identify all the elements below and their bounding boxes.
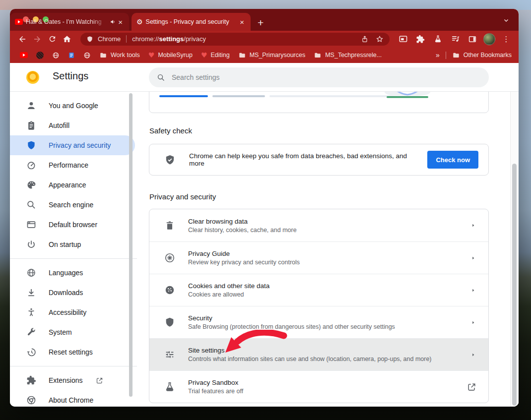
progress-segment-active bbox=[159, 95, 208, 97]
nav-reset-settings[interactable]: Reset settings bbox=[10, 342, 135, 362]
share-icon[interactable] bbox=[361, 35, 369, 43]
media-queue-icon[interactable] bbox=[449, 33, 462, 46]
nav-on-startup[interactable]: On startup bbox=[10, 235, 135, 254]
chevron-right-icon bbox=[470, 287, 476, 294]
chevron-right-icon bbox=[470, 352, 476, 358]
annotation-arrow bbox=[218, 330, 288, 360]
bookmarks-overflow-chevron[interactable]: » bbox=[436, 51, 440, 59]
extensions-puzzle-icon[interactable] bbox=[414, 33, 427, 46]
address-bar[interactable]: Chrome chrome://settings/privacy bbox=[80, 33, 390, 46]
bookmark-editing[interactable]: ♥ Editing bbox=[201, 51, 230, 59]
desktop-wallpaper bbox=[0, 0, 531, 10]
tab-youtube[interactable]: Hall & Oates - I'm Watching × bbox=[10, 13, 129, 31]
nav-extensions[interactable]: Extensions bbox=[10, 370, 135, 390]
editing-favicon: ♥ bbox=[201, 51, 207, 59]
other-bookmarks-folder[interactable]: Other Bookmarks bbox=[452, 51, 512, 59]
row-privacy-guide[interactable]: Privacy GuideReview key privacy and secu… bbox=[149, 241, 488, 274]
settings-header: Settings bbox=[10, 63, 519, 92]
compass-icon bbox=[164, 252, 175, 263]
row-clear-browsing-data[interactable]: Clear browsing dataClear history, cookie… bbox=[149, 209, 488, 241]
folder-icon bbox=[238, 51, 246, 59]
nav-divider bbox=[10, 258, 137, 259]
back-button[interactable] bbox=[16, 33, 29, 46]
search-icon bbox=[157, 73, 165, 82]
page-title: Settings bbox=[53, 70, 88, 82]
nav-privacy-and-security[interactable]: Privacy and security bbox=[10, 135, 135, 155]
row-privacy-sandbox[interactable]: Privacy SandboxTrial features are off bbox=[149, 370, 488, 403]
person-icon bbox=[26, 101, 36, 111]
nav-search-engine[interactable]: Search engine bbox=[10, 195, 135, 215]
settings-search[interactable] bbox=[149, 67, 489, 87]
progress-segment bbox=[212, 95, 265, 97]
bookmark-folder-work-tools[interactable]: Work tools bbox=[99, 51, 140, 59]
nav-appearance[interactable]: Appearance bbox=[10, 175, 135, 195]
bookmarks-divider bbox=[446, 52, 446, 59]
safety-check-card: Chrome can help keep you safe from data … bbox=[149, 144, 489, 176]
puzzle-icon bbox=[26, 375, 36, 385]
clipboard-icon bbox=[26, 120, 36, 130]
history-icon bbox=[26, 347, 36, 357]
new-tab-button[interactable]: + bbox=[258, 17, 264, 28]
search-input[interactable] bbox=[172, 73, 481, 81]
row-security[interactable]: SecuritySafe Browsing (protection from d… bbox=[149, 306, 488, 338]
bookmark-globe-site[interactable] bbox=[52, 52, 60, 59]
tab-strip: Hall & Oates - I'm Watching × ⚙ Settings… bbox=[10, 9, 519, 31]
search-icon bbox=[26, 200, 36, 210]
forward-button[interactable] bbox=[31, 33, 44, 46]
settings-nav: You and Google Autofill Privacy and secu… bbox=[10, 92, 143, 407]
bookmark-docs-site[interactable] bbox=[68, 52, 75, 59]
nav-divider bbox=[10, 366, 137, 366]
page-scrollbar-thumb[interactable] bbox=[512, 164, 517, 406]
sidebar-scrollbar[interactable] bbox=[129, 93, 133, 397]
browser-window-icon bbox=[26, 220, 36, 230]
tab-audio-icon[interactable] bbox=[110, 18, 117, 25]
browser-menu-kebab-icon[interactable]: ⋮ bbox=[500, 33, 513, 46]
bookmark-youtube[interactable] bbox=[20, 52, 28, 58]
tab-settings[interactable]: ⚙ Settings - Privacy and security × bbox=[132, 13, 251, 31]
dark-site-favicon bbox=[36, 52, 44, 59]
safety-check-message: Chrome can help keep you safe from data … bbox=[189, 152, 414, 167]
browser-window: Hall & Oates - I'm Watching × ⚙ Settings… bbox=[10, 9, 519, 407]
site-info-shield-icon[interactable] bbox=[86, 36, 93, 43]
section-heading-privacy: Privacy and security bbox=[149, 192, 216, 201]
side-panel-icon[interactable] bbox=[466, 33, 479, 46]
experiments-flask-icon[interactable] bbox=[431, 33, 444, 46]
bookmark-folder-primary-sources[interactable]: MS_Primarysources bbox=[238, 51, 306, 59]
nav-about-chrome[interactable]: About Chrome bbox=[10, 390, 135, 407]
nav-system[interactable]: System bbox=[10, 322, 135, 342]
bookmark-mobilesyrup[interactable]: ♥ MobileSyrup bbox=[148, 51, 193, 59]
nav-default-browser[interactable]: Default browser bbox=[10, 215, 135, 235]
chevron-right-icon bbox=[470, 222, 476, 229]
bookmark-folder-techpress[interactable]: MS_Techpressrele... bbox=[314, 51, 382, 59]
globe-icon bbox=[26, 268, 36, 278]
bookmark-star-icon[interactable] bbox=[376, 35, 384, 43]
row-cookies[interactable]: Cookies and other site dataCookies are a… bbox=[149, 274, 488, 306]
page-scrollbar-track[interactable] bbox=[510, 92, 519, 407]
home-button[interactable] bbox=[61, 33, 73, 46]
nav-downloads[interactable]: Downloads bbox=[10, 283, 135, 302]
tab-search-chevron-icon[interactable] bbox=[503, 17, 510, 24]
shield-icon bbox=[164, 317, 175, 328]
profile-avatar[interactable] bbox=[483, 33, 495, 45]
settings-tab-gear-icon: ⚙ bbox=[136, 18, 143, 26]
mobilesyrup-favicon: ♥ bbox=[148, 51, 155, 59]
shield-illustration bbox=[383, 92, 432, 103]
nav-autofill[interactable]: Autofill bbox=[10, 116, 135, 135]
check-now-button[interactable]: Check now bbox=[427, 151, 478, 169]
shield-check-icon bbox=[164, 154, 176, 166]
power-icon bbox=[26, 240, 36, 249]
nav-languages[interactable]: Languages bbox=[10, 263, 135, 283]
nav-you-and-google[interactable]: You and Google bbox=[10, 96, 135, 116]
nav-performance[interactable]: Performance bbox=[10, 155, 135, 175]
tab-close-icon[interactable]: × bbox=[117, 18, 124, 26]
nav-accessibility[interactable]: Accessibility bbox=[10, 302, 135, 322]
bookmark-globe-site-2[interactable] bbox=[83, 52, 91, 59]
tune-sliders-icon bbox=[164, 349, 175, 360]
url-text: chrome://settings/privacy bbox=[132, 35, 206, 43]
reload-button[interactable] bbox=[46, 33, 59, 46]
bookmark-site[interactable] bbox=[36, 52, 44, 59]
youtube-favicon bbox=[20, 52, 28, 58]
row-site-settings[interactable]: Site settingsControls what information s… bbox=[149, 338, 488, 370]
picture-in-picture-icon[interactable] bbox=[397, 33, 409, 46]
tab-close-icon[interactable]: × bbox=[238, 18, 246, 26]
